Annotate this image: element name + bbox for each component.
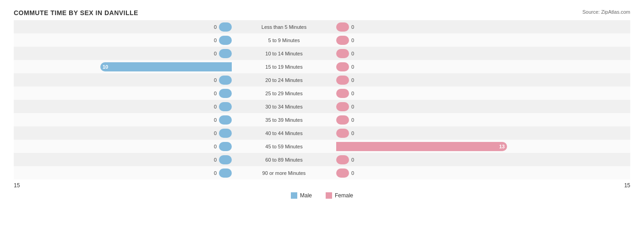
- legend-female-box: [326, 192, 332, 199]
- male-value: 0: [209, 117, 217, 123]
- right-bar-area: 0: [334, 166, 554, 179]
- female-bar-stub: [336, 76, 349, 85]
- male-bar-stub: [219, 36, 232, 45]
- row-label: 30 to 34 Minutes: [234, 104, 334, 109]
- right-bar-area: 0: [334, 20, 554, 33]
- male-value: 0: [209, 170, 217, 176]
- table-row: 0 10 to 14 Minutes 0: [14, 47, 630, 60]
- right-bar-area: 0: [334, 33, 554, 47]
- table-row: 0 Less than 5 Minutes 0: [14, 20, 630, 33]
- female-bar-stub: [336, 36, 349, 45]
- chart-container: COMMUTE TIME BY SEX IN DANVILLE Source: …: [0, 0, 644, 239]
- table-row: 0 30 to 34 Minutes 0: [14, 100, 630, 113]
- female-value: 0: [351, 117, 359, 123]
- male-value: 10: [100, 64, 110, 70]
- male-bar-stub: [219, 76, 232, 85]
- table-row: 0 90 or more Minutes 0: [14, 166, 630, 179]
- table-row: 0 35 to 39 Minutes 0: [14, 113, 630, 126]
- legend: Male Female: [14, 192, 630, 199]
- right-bar-area: 0: [334, 126, 554, 140]
- table-row: 0 60 to 89 Minutes 0: [14, 153, 630, 166]
- left-bar-area: 0: [14, 126, 234, 140]
- row-label: 20 to 24 Minutes: [234, 77, 334, 83]
- male-bar-stub: [219, 168, 232, 178]
- left-bar-area: 0: [14, 140, 234, 153]
- female-value: 0: [351, 24, 359, 30]
- right-bar-area: 0: [334, 113, 554, 126]
- left-bar-area: 0: [14, 166, 234, 179]
- male-value: 0: [209, 130, 217, 136]
- male-value: 0: [209, 144, 217, 149]
- row-label: 40 to 44 Minutes: [234, 130, 334, 136]
- legend-male-box: [291, 192, 297, 199]
- female-bar-stub: [336, 168, 349, 178]
- male-bar-stub: [219, 115, 232, 125]
- male-bar-stub: [219, 155, 232, 164]
- female-value: 0: [351, 91, 359, 96]
- male-bar-stub: [219, 89, 232, 98]
- left-bar-area: 0: [14, 100, 234, 113]
- female-bar-stub: [336, 22, 349, 32]
- left-bar-area: 0: [14, 153, 234, 166]
- row-label: 5 to 9 Minutes: [234, 38, 334, 43]
- female-value: 0: [351, 38, 359, 43]
- row-label: 10 to 14 Minutes: [234, 51, 334, 56]
- left-bar-area: 0: [14, 33, 234, 47]
- right-bar-area: 13: [334, 140, 554, 153]
- left-bar-area: 0: [14, 47, 234, 60]
- legend-female-label: Female: [335, 192, 353, 199]
- female-bar-stub: [336, 49, 349, 58]
- male-bar-stub: [219, 129, 232, 138]
- male-value: 0: [209, 157, 217, 163]
- female-value: 0: [351, 104, 359, 109]
- female-bar: 13: [336, 142, 507, 151]
- female-bar-stub: [336, 102, 349, 111]
- male-value: 0: [209, 91, 217, 96]
- male-bar-stub: [219, 142, 232, 151]
- axis-left: 15: [14, 182, 20, 189]
- right-bar-area: 0: [334, 87, 554, 100]
- female-bar-stub: [336, 115, 349, 125]
- female-value: 13: [497, 144, 507, 149]
- right-bar-area: 0: [334, 47, 554, 60]
- legend-male-label: Male: [300, 192, 312, 199]
- table-row: 0 25 to 29 Minutes 0: [14, 87, 630, 100]
- left-bar-area: 10: [14, 60, 234, 73]
- male-value: 0: [209, 51, 217, 56]
- chart-rows-wrapper: 0 Less than 5 Minutes 0 0 5 to 9 Minutes: [14, 20, 630, 179]
- source-label: Source: ZipAtlas.com: [582, 9, 630, 15]
- right-bar-area: 0: [334, 60, 554, 73]
- right-bar-area: 0: [334, 73, 554, 87]
- left-bar-area: 0: [14, 113, 234, 126]
- female-bar-stub: [336, 89, 349, 98]
- male-bar-stub: [219, 22, 232, 32]
- male-bar-stub: [219, 49, 232, 58]
- female-value: 0: [351, 77, 359, 83]
- left-bar-area: 0: [14, 73, 234, 87]
- male-value: 0: [209, 24, 217, 30]
- row-label: 60 to 89 Minutes: [234, 157, 334, 163]
- chart-title: COMMUTE TIME BY SEX IN DANVILLE: [14, 9, 630, 16]
- female-bar-stub: [336, 155, 349, 164]
- female-value: 0: [351, 51, 359, 56]
- male-value: 0: [209, 38, 217, 43]
- legend-male: Male: [291, 192, 312, 199]
- table-row: 0 45 to 59 Minutes 13: [14, 140, 630, 153]
- row-label: 15 to 19 Minutes: [234, 64, 334, 70]
- left-bar-area: 0: [14, 87, 234, 100]
- table-row: 10 15 to 19 Minutes 0: [14, 60, 630, 73]
- female-bar-stub: [336, 62, 349, 71]
- female-value: 0: [351, 170, 359, 176]
- legend-female: Female: [326, 192, 353, 199]
- row-label: 90 or more Minutes: [234, 170, 334, 176]
- axis-labels: 15 15: [14, 182, 630, 189]
- right-bar-area: 0: [334, 153, 554, 166]
- left-bar-area: 0: [14, 20, 234, 33]
- axis-right: 15: [624, 182, 630, 189]
- female-value: 0: [351, 157, 359, 163]
- row-label: 25 to 29 Minutes: [234, 91, 334, 96]
- male-bar: 10: [100, 62, 232, 71]
- right-bar-area: 0: [334, 100, 554, 113]
- row-label: 35 to 39 Minutes: [234, 117, 334, 123]
- male-bar-stub: [219, 102, 232, 111]
